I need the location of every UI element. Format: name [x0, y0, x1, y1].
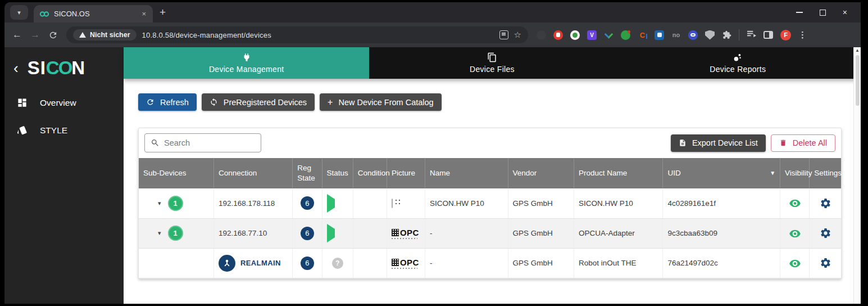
- back-icon[interactable]: ←: [12, 29, 22, 40]
- address-bar[interactable]: Nicht sicher 10.8.0.58/device-management…: [66, 26, 528, 43]
- status-running-icon[interactable]: [327, 224, 335, 242]
- settings-gear-icon[interactable]: [820, 257, 831, 269]
- new-tab-button[interactable]: +: [160, 6, 166, 19]
- bookmark-star-icon[interactable]: ☆: [514, 30, 521, 40]
- scroll-up-icon[interactable]: ▲: [855, 48, 860, 53]
- sidebar-item-label: Overview: [40, 98, 76, 108]
- col-visibility[interactable]: Visibility: [780, 158, 810, 188]
- status-running-icon[interactable]: [327, 194, 335, 213]
- reg-state-badge: 6: [301, 227, 314, 240]
- device-management-content: Refresh PreRegistered Devices + New Devi…: [124, 79, 861, 304]
- scrollbar-thumb[interactable]: [856, 55, 860, 106]
- plug-icon: [242, 52, 252, 62]
- sidebar-item-style[interactable]: STYLE: [4, 116, 124, 144]
- col-product-name[interactable]: Product Name: [574, 158, 663, 188]
- expand-caret-icon[interactable]: ▾: [158, 230, 161, 237]
- search-icon: [151, 138, 160, 147]
- search-input[interactable]: [164, 138, 255, 147]
- translate-icon[interactable]: [499, 30, 508, 39]
- sidebar-collapse-button[interactable]: ‹: [13, 61, 19, 75]
- profile-avatar[interactable]: F: [780, 30, 791, 40]
- col-status[interactable]: Status: [322, 158, 353, 188]
- maximize-icon[interactable]: [820, 10, 826, 16]
- device-table: Sub-Devices Connection Reg State Status …: [139, 158, 841, 278]
- extension-icon-5[interactable]: [604, 30, 613, 40]
- col-connection[interactable]: Connection: [213, 158, 292, 188]
- close-icon[interactable]: ×: [843, 8, 847, 16]
- tab-device-files[interactable]: Device Files: [369, 47, 615, 79]
- sort-arrow-icon[interactable]: ▼: [770, 169, 775, 177]
- extension-icon-3[interactable]: [570, 30, 580, 40]
- uid-value: 4c0289161e1f: [663, 188, 780, 218]
- forward-icon[interactable]: →: [30, 29, 40, 40]
- connection-value: REALMAIN: [240, 259, 281, 267]
- col-reg-state[interactable]: Reg State: [293, 158, 322, 188]
- delete-all-button[interactable]: Delete All: [771, 134, 835, 152]
- device-photo: [392, 199, 393, 208]
- preregistered-devices-button[interactable]: PreRegistered Devices: [202, 93, 315, 111]
- refresh-icon: [146, 98, 154, 106]
- tab-close-icon[interactable]: ×: [140, 10, 147, 18]
- extension-icon-11[interactable]: [705, 30, 715, 40]
- col-vendor[interactable]: Vendor: [508, 158, 574, 188]
- browser-tab-active[interactable]: SICON.OS ×: [34, 5, 153, 22]
- sub-device-count-badge[interactable]: 1: [168, 196, 183, 211]
- extension-icon-7[interactable]: C: [638, 30, 647, 40]
- sidebar: ‹ SICON Overview STYLE: [4, 47, 124, 304]
- warning-icon: [79, 32, 86, 38]
- vendor-value: GPS GmbH: [508, 218, 574, 248]
- col-settings[interactable]: Settings: [810, 158, 841, 188]
- col-sub-devices[interactable]: Sub-Devices: [139, 158, 213, 188]
- reg-state-badge: 6: [301, 256, 314, 270]
- vendor-value: GPS GmbH: [508, 248, 574, 278]
- browser-menu-icon[interactable]: ⋮: [798, 30, 807, 40]
- refresh-button[interactable]: Refresh: [138, 93, 197, 111]
- visibility-eye-icon[interactable]: [789, 229, 801, 238]
- media-controls-icon[interactable]: [747, 30, 756, 40]
- settings-gear-icon[interactable]: [820, 227, 831, 239]
- extensions-puzzle-icon[interactable]: [722, 30, 731, 40]
- col-name[interactable]: Name: [425, 158, 508, 188]
- page-scrollbar[interactable]: ▲: [853, 47, 861, 304]
- sicon-logo: SICON: [28, 57, 86, 79]
- connection-value: 192.168.77.10: [219, 229, 267, 237]
- sidebar-item-overview[interactable]: Overview: [4, 89, 124, 116]
- tab-search-button[interactable]: ▾: [10, 5, 28, 20]
- extension-icon-1[interactable]: [537, 30, 546, 40]
- trash-icon: [779, 139, 787, 147]
- product-name-value: Robot inOut THE: [574, 248, 663, 278]
- col-picture[interactable]: Picture: [387, 158, 425, 188]
- name-value: SICON.HW P10: [425, 188, 508, 218]
- search-box[interactable]: [144, 133, 261, 152]
- export-device-list-button[interactable]: Export Device List: [671, 134, 766, 152]
- reload-icon[interactable]: [48, 30, 58, 40]
- plus-icon: +: [328, 97, 333, 107]
- settings-gear-icon[interactable]: [820, 197, 831, 209]
- visibility-eye-icon[interactable]: [789, 199, 801, 208]
- export-file-icon: [679, 139, 687, 147]
- status-unknown-icon: ?: [332, 258, 343, 269]
- col-uid[interactable]: UID▼: [663, 158, 780, 188]
- sub-device-count-badge[interactable]: 1: [168, 226, 183, 241]
- extension-icon-8[interactable]: [655, 30, 664, 40]
- security-chip[interactable]: Nicht sicher: [73, 29, 137, 40]
- visibility-eye-icon[interactable]: [789, 259, 801, 268]
- dashboard-grid-icon: [17, 97, 28, 108]
- new-device-from-catalog-button[interactable]: + New Device From Catalog: [320, 93, 442, 111]
- main-panel: Device Management Device Files Device Re…: [124, 47, 861, 304]
- reg-state-badge: 6: [301, 196, 314, 210]
- tab-device-reports[interactable]: Device Reports: [615, 47, 861, 79]
- extension-icon-4[interactable]: V: [587, 30, 597, 40]
- extension-icon-9[interactable]: no: [671, 30, 681, 40]
- actions-row: Refresh PreRegistered Devices + New Devi…: [138, 93, 861, 111]
- extension-icon-6[interactable]: [621, 30, 630, 40]
- expand-caret-icon[interactable]: ▾: [158, 200, 161, 207]
- browser-toolbar: ← → Nicht sicher 10.8.0.58/device-manage…: [4, 22, 861, 47]
- side-panel-icon[interactable]: [764, 31, 773, 39]
- extension-icon-2[interactable]: [553, 30, 563, 40]
- extension-icon-10[interactable]: [688, 30, 698, 40]
- minimize-icon[interactable]: [796, 12, 803, 13]
- col-condition[interactable]: Condition: [353, 158, 387, 188]
- sidebar-item-label: STYLE: [40, 125, 67, 136]
- tab-device-management[interactable]: Device Management: [124, 47, 369, 79]
